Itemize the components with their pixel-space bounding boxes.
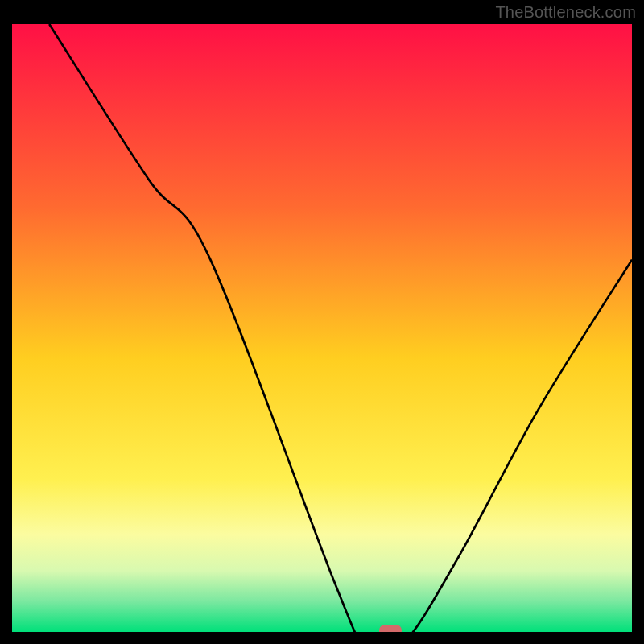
bottleneck-curve	[12, 24, 632, 632]
bottleneck-marker	[379, 625, 402, 632]
watermark-text: TheBottleneck.com	[495, 3, 636, 22]
chart-frame: TheBottleneck.com	[0, 0, 644, 644]
plot-area	[12, 24, 632, 632]
curve-path	[49, 24, 632, 632]
